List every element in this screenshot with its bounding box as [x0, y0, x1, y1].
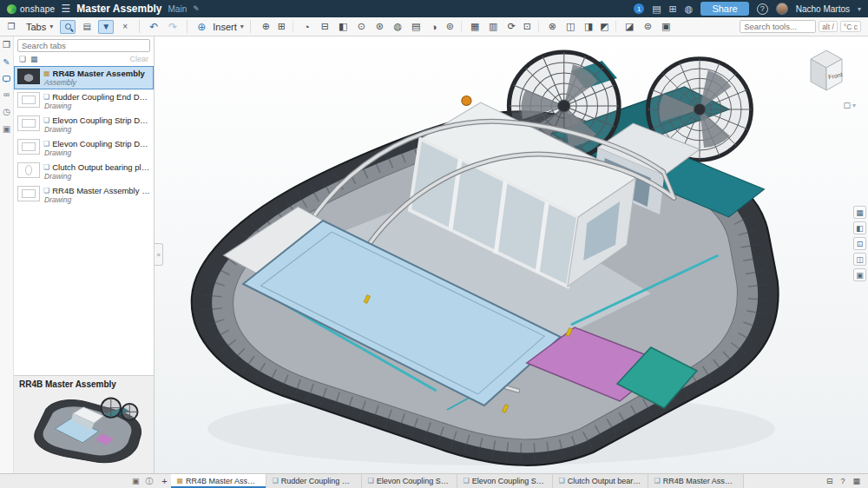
bom-icon[interactable]: ▣	[657, 21, 675, 32]
tab-list-item[interactable]: ❏ Rudder Coupling End Draw Drawing	[14, 89, 154, 113]
comments-icon[interactable]	[3, 76, 10, 82]
graphics-viewport[interactable]: Front ▢ ▾ ▦◧⊡◫▣ ≡	[155, 36, 868, 473]
units-selector[interactable]: °C c	[840, 21, 861, 32]
ball-mate-icon[interactable]: ◍	[389, 21, 407, 32]
workspace-label[interactable]: Main	[168, 4, 187, 14]
document-tab-label: Elevon Coupling Strip D...	[377, 477, 450, 485]
parts-icon[interactable]: ▣	[3, 125, 10, 134]
tab-type-icon: ▦	[43, 70, 50, 77]
display-options-button[interactable]: ▢ ▾	[843, 101, 856, 109]
slider-mate-icon[interactable]: ⊟	[316, 21, 334, 32]
tab-list-item[interactable]: ❏ Clutch Output bearing plate Drawing	[14, 160, 154, 183]
search-tools-input[interactable]	[740, 20, 816, 33]
group-icon[interactable]: ⊞	[275, 21, 293, 32]
undo-button[interactable]: ↶	[146, 20, 161, 34]
section-view-icon[interactable]: ◪	[621, 21, 639, 32]
display-panel-icon[interactable]: ▦	[853, 206, 866, 219]
tab-thumbnail	[17, 92, 40, 108]
tabs-dropdown[interactable]: Tabs ▾	[23, 22, 56, 32]
circular-pattern-icon[interactable]: ⟳	[503, 21, 521, 32]
help-bottom-icon[interactable]: ?	[840, 477, 845, 485]
parallel-mate-icon[interactable]: ▤	[407, 21, 425, 32]
snapshot-icon[interactable]: ◫	[562, 21, 580, 32]
document-tab[interactable]: ❏ RR4B Master Assembly...	[648, 474, 744, 488]
notification-badge[interactable]: 1	[634, 3, 644, 14]
insert-caret-icon[interactable]: ▾	[240, 23, 244, 30]
search-tabs-input[interactable]	[17, 39, 150, 52]
tab-thumbnail	[17, 162, 40, 178]
measure-panel-icon[interactable]: ⊡	[853, 237, 866, 250]
tab-list-item[interactable]: ❏ Elevon Coupling Strip Draw Drawing	[14, 113, 154, 136]
insert-button[interactable]: Insert	[213, 22, 237, 32]
main-menu-icon[interactable]: ☰	[61, 3, 70, 15]
tab-manager-icon[interactable]: ❐	[3, 20, 19, 34]
user-name[interactable]: Nacho Martos	[796, 4, 850, 14]
search-tabs-button[interactable]	[60, 20, 76, 34]
history-icon[interactable]: ◷	[3, 108, 10, 116]
help-icon[interactable]: ?	[757, 3, 768, 15]
onshape-logo[interactable]: onshape	[7, 4, 55, 14]
panel-collapse-handle[interactable]: ≡	[155, 243, 163, 266]
rename-icon[interactable]: ✎	[193, 4, 200, 13]
link-icon[interactable]: ∞	[3, 90, 10, 99]
cylindrical-mate-icon[interactable]: ⊙	[352, 21, 371, 32]
mate-connector-icon[interactable]: ⊚	[444, 21, 462, 32]
document-tab[interactable]: ❏ Elevon Coupling Strip D...	[457, 474, 553, 488]
redo-button[interactable]: ↷	[165, 20, 181, 34]
document-tab[interactable]: ❏ Elevon Coupling Strip D...	[362, 474, 457, 488]
globe-icon[interactable]: ◍	[685, 4, 694, 14]
views-panel-icon[interactable]: ▣	[853, 268, 866, 281]
revolute-mate-icon[interactable]: ◔	[298, 22, 316, 32]
edit-icon[interactable]: ✎	[3, 58, 10, 67]
clear-filters-button[interactable]: Clear	[129, 55, 148, 63]
display-options-caret-icon: ▾	[852, 102, 856, 109]
hovercraft-model[interactable]	[155, 36, 868, 473]
close-panel-button[interactable]: ×	[117, 20, 133, 34]
named-positions-icon[interactable]: ◨	[580, 21, 598, 32]
display-states-icon[interactable]: ◩	[598, 21, 616, 32]
document-tab-label: Elevon Coupling Strip D...	[472, 477, 546, 485]
versions-icon[interactable]: ▤	[652, 4, 661, 14]
mate-icon[interactable]: ⊕	[257, 21, 275, 32]
panel-icon[interactable]: ▦	[852, 477, 860, 485]
explode-view-icon[interactable]: ⊗	[543, 21, 562, 32]
tab-type-icon: ❏	[43, 117, 49, 124]
tab-list-item[interactable]: ▦ RR4B Master Assembly Assembly	[14, 66, 154, 89]
share-button[interactable]: Share	[700, 2, 748, 16]
appearance-panel-icon[interactable]: ◫	[853, 253, 866, 266]
document-tab-icon: ❏	[559, 478, 565, 485]
left-icon-strip: ❐ ✎ ∞ ◷ ▣	[0, 36, 14, 473]
pin-slot-mate-icon[interactable]: ⊛	[371, 21, 389, 32]
measure-icon[interactable]: ⊜	[639, 21, 657, 32]
view-cube[interactable]: Front	[799, 42, 854, 99]
document-tab[interactable]: ▦ RR4B Master Assembly	[171, 474, 266, 488]
tab-list-view-button[interactable]: ▤	[79, 20, 95, 34]
tab-list-item[interactable]: ❏ Elevon Coupling Strip Draw Drawing	[14, 136, 154, 160]
monitor-icon: ▢	[843, 101, 851, 109]
tab-filter-button[interactable]: ▼	[98, 20, 114, 34]
linear-pattern-icon[interactable]: ▥	[484, 21, 503, 32]
filter-grid-icon[interactable]: ▦	[30, 55, 38, 63]
insert-icon[interactable]: ⊕	[194, 20, 209, 34]
section-panel-icon[interactable]: ◧	[853, 221, 866, 234]
standard-content-icon[interactable]: ⊡	[521, 21, 539, 32]
replicate-icon[interactable]: ▦	[466, 21, 484, 32]
preview-title: RR4B Master Assembly	[19, 379, 148, 389]
document-panel-icon[interactable]: ❐	[3, 41, 10, 49]
tangent-mate-icon[interactable]: ◑	[425, 22, 444, 32]
planar-mate-icon[interactable]: ◧	[334, 21, 352, 32]
user-menu-caret-icon[interactable]: ▾	[858, 5, 861, 13]
apps-icon[interactable]: ⊞	[669, 4, 677, 14]
avatar[interactable]	[776, 3, 788, 15]
beacon-light	[462, 96, 471, 106]
render-options-icon[interactable]: ▣	[132, 477, 140, 485]
document-tab[interactable]: ❏ Clutch Output bearing p...	[553, 474, 648, 488]
info-icon[interactable]: ⓘ	[146, 476, 154, 487]
bottom-bar: ▣ ⓘ + ▦ RR4B Master Assembly ❏ Rudder Co…	[0, 473, 868, 488]
filter-doc-icon[interactable]: ❏	[19, 55, 26, 63]
document-tab[interactable]: ❏ Rudder Coupling End D...	[266, 474, 362, 488]
tab-list-item[interactable]: ❏ RR4B Master Assembly Dr. Drawing	[14, 183, 154, 207]
add-tab-button[interactable]: +	[159, 474, 171, 488]
preview-thumbnail	[19, 392, 149, 465]
print-icon[interactable]: ⊟	[826, 477, 833, 485]
